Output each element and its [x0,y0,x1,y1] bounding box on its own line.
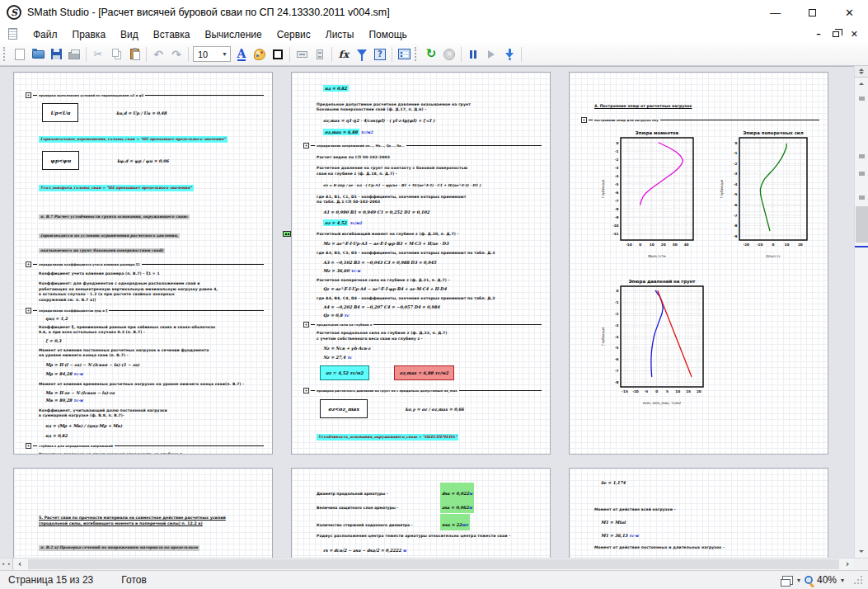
math-region: ξ = 0,3 [45,338,264,343]
text-region: Момент от влияния постоянных расчетных н… [39,348,264,359]
pause-button[interactable] [464,45,482,64]
collapse-toggle-icon[interactable]: + [581,117,587,123]
split-view-handle[interactable]: ◂▸ [0,558,13,570]
menu-item-7[interactable]: Помощь [361,27,414,42]
page-content: Диаметр продольной арматуры -dsa = 0,022… [292,469,550,558]
svg-text:-9: -9 [615,214,619,219]
chevron-down-icon[interactable]: ▾ [841,577,844,584]
text-region: Радиус расположения центра тяжести армат… [317,534,542,539]
menu-item-1[interactable]: Правка [65,27,114,42]
palette-icon [254,49,265,60]
unit-text: м [403,549,406,553]
description-button[interactable]: ? [371,45,389,64]
scroll-right-button[interactable]: › [841,558,854,570]
horizontal-scrollbar[interactable]: ◂▸ ‹ › [0,558,868,570]
options-list-icon [398,49,411,59]
mdi-close-button[interactable]: ✕ [851,30,858,39]
filter-button[interactable] [353,45,371,64]
window-close-button[interactable]: ✕ [831,0,868,25]
step-button[interactable] [500,45,518,64]
document-page-2[interactable]: nд = 0,82Предельное допустимое расчетное… [291,72,551,455]
collapse-toggle-icon[interactable]: + [26,308,31,313]
section-rule: +определение коэффициента учета влияния … [26,262,264,267]
collapse-toggle-icon[interactable]: + [26,262,31,267]
unit-text: тс·м [73,398,82,403]
document-page-5[interactable]: Диаметр продольной арматуры -dsa = 0,022… [291,468,551,558]
svg-text:-10: -10 [632,389,639,393]
new-sheet-icon [15,49,25,60]
resume-button[interactable] [482,45,500,64]
scroll-down-button[interactable] [855,545,868,558]
redo-button[interactable]: ↷ [167,45,185,64]
chevron-down-icon[interactable]: ▼ [219,47,230,61]
unit-text: тс/м2 [350,221,362,225]
menu-item-6[interactable]: Листы [318,27,362,42]
chevron-down-icon[interactable]: ▾ [797,577,800,584]
menu-item-2[interactable]: Вид [113,27,146,42]
function-button[interactable]: fx [335,45,353,64]
magnifier-icon[interactable] [805,576,813,584]
section-rule-label: продольная сила на глубине z [317,323,372,327]
window-minimize-button[interactable]: — [757,0,794,25]
formula-text: Qz = 0,8 [323,313,343,318]
document-page-6[interactable]: δe = 1,174Момент от действия всей нагруз… [569,468,828,558]
mdi-minimize-button[interactable]: – [816,30,821,39]
vertical-scroll-thumb[interactable] [856,206,868,243]
cut-button[interactable]: ✂ [89,45,107,64]
menu-item-5[interactable]: Сервис [270,27,318,42]
document-page-3[interactable]: 4. Построение эпюр от расчетных нагрузок… [569,72,828,455]
border-button[interactable] [269,45,287,64]
menu-item-3[interactable]: Вставка [146,27,198,42]
font-size-combobox[interactable]: 10 ▼ [193,46,231,62]
save-floppy-icon [51,49,62,59]
scroll-left-button[interactable]: ‹ [13,558,26,570]
unit-text: м [469,492,472,496]
split-view-handle[interactable] [855,66,868,78]
resize-grip[interactable] [853,575,863,585]
open-button[interactable] [29,45,47,64]
math-region: M1 = 36,13тс·м [601,533,819,538]
font-color-button[interactable]: A [232,45,251,64]
align-vertical-button[interactable] [311,45,329,64]
menu-item-4[interactable]: Вычисление [197,27,269,42]
new-sheet-button[interactable] [11,45,29,64]
worksheet-canvas[interactable]: +проверка выполнения условий по перемеще… [0,66,854,558]
formula-text: nд = 0,82 [45,433,68,438]
svg-text:Эпюра моментов: Эпюра моментов [636,130,679,136]
collapse-toggle-icon[interactable]: + [303,388,309,393]
undo-button[interactable]: ↶ [149,45,167,64]
background-color-button[interactable] [251,45,269,64]
svg-text:-10: -10 [612,223,619,227]
mdi-restore-button[interactable] [833,31,839,37]
unit-text: тс·м [73,372,82,376]
print-button[interactable] [65,45,83,64]
document-page-4[interactable]: 5. Расчет сваи по прочности материала на… [13,468,273,558]
paste-button[interactable] [125,45,143,64]
chart-1: Эпюра поперечных сил-20-10010200-1-2-3-4… [718,128,814,260]
collapse-toggle-icon[interactable]: + [26,443,31,449]
page-content: δe = 1,174Момент от действия всей нагруз… [570,469,828,558]
save-button[interactable] [47,45,65,64]
recalculate-button[interactable]: ↻ [422,45,440,64]
vertical-scrollbar[interactable] [854,66,868,558]
options-button[interactable] [395,45,413,64]
window-maximize-button[interactable] [794,0,831,25]
interrupt-button[interactable]: ✕ [440,45,458,64]
toolbar-grip[interactable] [415,47,419,61]
collapse-toggle-icon[interactable]: + [303,143,309,148]
page-layout-icon[interactable] [782,576,793,585]
scroll-up-button[interactable] [855,78,868,90]
section-rule-label: проверка выполнения условий по перемещен… [39,93,143,97]
status-bar: Страница 15 из 23 Готов ▾ 40% ▾ [0,570,868,589]
toolbar: ✂ ↶ ↷ 10 ▼ A fx ? ↻ ✕ [0,43,868,66]
copy-button[interactable] [107,45,125,64]
zoom-level[interactable]: 40% [817,574,837,586]
collapse-toggle-icon[interactable]: + [303,322,309,327]
collapse-toggle-icon[interactable]: + [26,92,31,98]
menu-item-0[interactable]: Файл [26,27,65,42]
menu-bar: ФайлПравкаВидВставкаВычислениеСервисЛист… [0,25,868,43]
align-horizontal-button[interactable] [293,45,311,64]
horizontal-scroll-thumb[interactable] [28,559,839,569]
toolbar-grip[interactable] [3,47,7,61]
document-page-1[interactable]: +проверка выполнения условий по перемеще… [13,72,273,455]
